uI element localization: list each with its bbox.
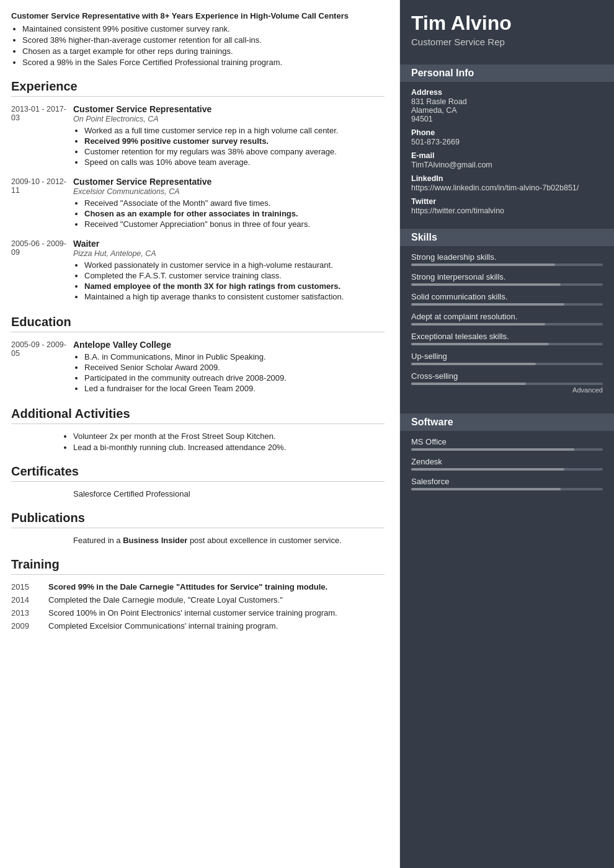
- linkedin-label: LinkedIn: [411, 174, 603, 183]
- software-name: Salesforce: [411, 477, 603, 486]
- software-bar-bg: [411, 488, 603, 490]
- skill-bar-bg: [411, 323, 603, 326]
- skill-item: Cross-sellingAdvanced: [411, 371, 603, 394]
- software-bar-bg: [411, 448, 603, 451]
- training-section: Training 2015Scored 99% in the Dale Carn…: [11, 557, 385, 631]
- exp-company: Pizza Hut, Antelope, CA: [73, 249, 385, 258]
- training-item: 2009Completed Excelsior Communications' …: [11, 621, 385, 631]
- phone-value: 501-873-2669: [411, 138, 603, 146]
- training-item: 2013Scored 100% in On Point Electronics'…: [11, 608, 385, 618]
- activity-bullet: Volunteer 2x per month at the Frost Stre…: [73, 432, 385, 441]
- skills-heading: Skills: [400, 229, 614, 246]
- exp-bullet: Worked as a full time customer service r…: [84, 126, 385, 135]
- summary-bullet: Scored a 98% in the Sales Force Certifie…: [22, 58, 385, 67]
- right-column: Tim Alvino Customer Service Rep Personal…: [400, 0, 614, 868]
- training-item: 2014Completed the Dale Carnegie module, …: [11, 595, 385, 604]
- skills-section: Skills Strong leadership skills.Strong i…: [400, 221, 614, 406]
- exp-bullets: Worked as a full time customer service r…: [73, 126, 385, 167]
- exp-content: Customer Service RepresentativeOn Point …: [73, 104, 385, 168]
- training-year: 2014: [11, 595, 48, 604]
- twitter-label: Twitter: [411, 197, 603, 206]
- summary-bullet: Scored 38% higher-than-average customer …: [22, 35, 385, 45]
- exp-bullet: Received "Associate of the Month" award …: [84, 198, 385, 208]
- certificates-heading: Certificates: [11, 464, 385, 482]
- software-heading: Software: [400, 414, 614, 431]
- software-item: MS Office: [411, 437, 603, 451]
- exp-date: 2013-01 - 2017-03: [11, 104, 73, 168]
- exp-bullets: Received "Associate of the Month" award …: [73, 198, 385, 229]
- email-label: E-mail: [411, 151, 603, 160]
- skill-bar-bg: [411, 383, 603, 385]
- education-section: Education 2005-09 - 2009-05Antelope Vall…: [11, 315, 385, 394]
- certificate-item: Salesforce Certified Professional: [11, 489, 385, 498]
- exp-bullet: Received 99% positive customer survey re…: [84, 136, 385, 146]
- training-year: 2015: [11, 582, 48, 591]
- exp-bullet: Received "Customer Appreciation" bonus i…: [84, 219, 385, 229]
- pub-bold-text: Business Insider: [123, 536, 187, 545]
- software-item: Salesforce: [411, 477, 603, 490]
- experience-item: 2009-10 - 2012-11Customer Service Repres…: [11, 177, 385, 230]
- advanced-label-row: Advanced: [411, 386, 603, 394]
- summary-bullets: Maintained consistent 99% positive custo…: [11, 24, 385, 67]
- edu-date: 2005-09 - 2009-05: [11, 340, 73, 394]
- summary-section: Customer Service Representative with 8+ …: [11, 11, 385, 67]
- skill-name: Exceptional telesales skills.: [411, 332, 603, 341]
- exp-company: Excelsior Communications, CA: [73, 187, 385, 196]
- address-value: 831 Rasle RoadAlameda, CA94501: [411, 97, 603, 123]
- address-label: Address: [411, 88, 603, 97]
- exp-bullet: Worked passionately in customer service …: [84, 260, 385, 270]
- edu-content: Antelope Valley CollegeB.A. in Communica…: [73, 340, 385, 394]
- candidate-name: Tim Alvino: [411, 12, 603, 34]
- training-item: 2015Scored 99% in the Dale Carnegie "Att…: [11, 582, 385, 591]
- skill-bar-bg: [411, 264, 603, 266]
- skill-bar-bg: [411, 363, 603, 365]
- activities-bullets: Volunteer 2x per month at the Frost Stre…: [11, 432, 385, 452]
- software-name: MS Office: [411, 437, 603, 446]
- experience-heading: Experience: [11, 79, 385, 97]
- skill-bar-bg: [411, 283, 603, 286]
- exp-bullets: Worked passionately in customer service …: [73, 260, 385, 301]
- skill-bar-fill: [411, 383, 526, 385]
- skill-item: Adept at complaint resolution.: [411, 312, 603, 326]
- software-bar-fill: [411, 448, 574, 451]
- exp-bullet: Completed the F.A.S.T. customer service …: [84, 271, 385, 280]
- skill-name: Solid communication skills.: [411, 292, 603, 301]
- training-desc: Completed Excelsior Communications' inte…: [48, 621, 385, 631]
- activities-section: Additional Activities Volunteer 2x per m…: [11, 407, 385, 452]
- exp-job-title: Customer Service Representative: [73, 177, 385, 187]
- training-heading: Training: [11, 557, 385, 575]
- summary-title: Customer Service Representative with 8+ …: [11, 11, 385, 20]
- edu-bullet: Participated in the community outreach d…: [84, 373, 385, 383]
- exp-bullet: Speed on calls was 10% above team averag…: [84, 157, 385, 167]
- exp-job-title: Waiter: [73, 239, 385, 249]
- skill-name: Cross-selling: [411, 371, 603, 381]
- edu-bullet: B.A. in Communications, Minor in Public …: [84, 352, 385, 361]
- skill-bar-fill: [411, 303, 564, 306]
- advanced-label: Advanced: [572, 386, 603, 394]
- edu-bullets: B.A. in Communications, Minor in Public …: [73, 352, 385, 393]
- exp-date: 2005-06 - 2009-09: [11, 239, 73, 303]
- experience-item: 2013-01 - 2017-03Customer Service Repres…: [11, 104, 385, 168]
- certificates-section: Certificates Salesforce Certified Profes…: [11, 464, 385, 498]
- skill-bar-fill: [411, 283, 561, 286]
- publications-heading: Publications: [11, 511, 385, 528]
- exp-date: 2009-10 - 2012-11: [11, 177, 73, 230]
- phone-label: Phone: [411, 128, 603, 137]
- skill-name: Adept at complaint resolution.: [411, 312, 603, 321]
- education-item: 2005-09 - 2009-05Antelope Valley College…: [11, 340, 385, 394]
- exp-bullet: Named employee of the month 3X for high …: [84, 281, 385, 291]
- skill-bar-fill: [411, 323, 545, 326]
- skill-item: Solid communication skills.: [411, 292, 603, 306]
- left-column: Customer Service Representative with 8+ …: [0, 0, 400, 868]
- exp-content: Customer Service RepresentativeExcelsior…: [73, 177, 385, 230]
- training-year: 2013: [11, 608, 48, 618]
- training-desc: Scored 100% in On Point Electronics' int…: [48, 608, 385, 618]
- publications-section: Publications Featured in a Business Insi…: [11, 511, 385, 545]
- linkedin-value: https://www.linkedin.com/in/tim-alvino-7…: [411, 184, 603, 192]
- skill-bar-fill: [411, 363, 536, 365]
- skill-item: Up-selling: [411, 352, 603, 365]
- experience-item: 2005-06 - 2009-09WaiterPizza Hut, Antelo…: [11, 239, 385, 303]
- skill-item: Exceptional telesales skills.: [411, 332, 603, 345]
- skill-name: Strong leadership skills.: [411, 252, 603, 262]
- training-desc: Scored 99% in the Dale Carnegie "Attitud…: [48, 582, 385, 591]
